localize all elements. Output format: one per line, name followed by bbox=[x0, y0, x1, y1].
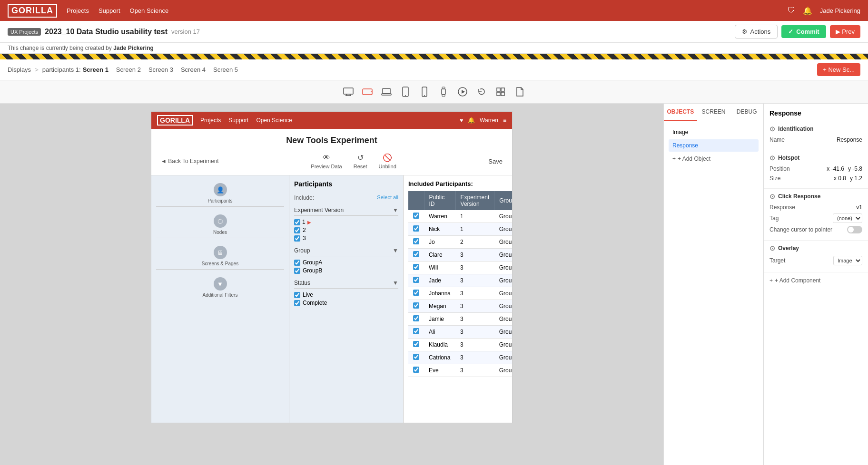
preview-nav-projects[interactable]: Projects bbox=[200, 117, 221, 124]
refresh-icon[interactable] bbox=[475, 85, 488, 98]
reset-label: Reset bbox=[354, 164, 367, 169]
row-checkbox-6[interactable] bbox=[413, 290, 419, 296]
save-button[interactable]: Save bbox=[488, 158, 503, 165]
play-icon[interactable] bbox=[456, 85, 469, 98]
breadcrumb-screen3[interactable]: Screen 3 bbox=[148, 66, 173, 73]
svg-rect-12 bbox=[442, 89, 445, 95]
status-filter[interactable]: Status ▼ bbox=[294, 278, 398, 289]
row-id-1: Nick bbox=[424, 223, 455, 236]
preview-data-tool[interactable]: 👁 Preview Data bbox=[311, 154, 342, 169]
nodes-nav-icon[interactable]: ⬡ bbox=[214, 214, 227, 228]
target-select[interactable]: Image bbox=[833, 256, 862, 265]
main-layout: GORILLA Projects Support Open Science ♥ … bbox=[0, 104, 868, 465]
preview-nav-openscience[interactable]: Open Science bbox=[256, 117, 292, 124]
experiment-version-filter[interactable]: Experiment Version ▼ bbox=[294, 205, 398, 216]
row-checkbox-3[interactable] bbox=[413, 251, 419, 257]
status-checkbox-complete[interactable] bbox=[294, 300, 300, 306]
commit-button[interactable]: ✓ Commit bbox=[781, 25, 826, 38]
screens-nav-icon[interactable]: 🖥 bbox=[214, 246, 227, 259]
row-id-12: Eve bbox=[424, 364, 455, 377]
watch-icon[interactable] bbox=[437, 85, 450, 98]
row-checkbox-7[interactable] bbox=[413, 302, 419, 309]
tab-debug[interactable]: DEBUG bbox=[730, 104, 763, 121]
tab-screen[interactable]: SCREEN bbox=[697, 104, 730, 121]
breadcrumb-participants[interactable]: participants 1: bbox=[42, 66, 81, 73]
grid-icon[interactable] bbox=[494, 85, 507, 98]
unblind-label: Unblind bbox=[378, 164, 396, 169]
version-checkbox-1[interactable] bbox=[294, 219, 300, 225]
prev-button[interactable]: ▶ Prev bbox=[830, 25, 860, 38]
cursor-toggle[interactable] bbox=[847, 226, 862, 233]
row-version-12: 3 bbox=[455, 364, 494, 377]
tab-objects[interactable]: OBJECTS bbox=[664, 104, 697, 121]
prev-icon: ▶ bbox=[836, 28, 840, 35]
version-checkbox-2[interactable] bbox=[294, 227, 300, 233]
filters-nav-icon[interactable]: ▼ bbox=[214, 277, 227, 291]
nav-projects[interactable]: Projects bbox=[67, 7, 89, 14]
breadcrumb-tag[interactable]: UX Projects bbox=[8, 28, 41, 36]
row-checkbox-4[interactable] bbox=[413, 264, 419, 270]
breadcrumb-screen5[interactable]: Screen 5 bbox=[213, 66, 238, 73]
user-name[interactable]: Jade Pickering bbox=[820, 7, 860, 14]
nav-support[interactable]: Support bbox=[99, 7, 120, 14]
tag-select[interactable]: (none) bbox=[833, 213, 862, 223]
gorilla-logo[interactable]: GORILLA bbox=[8, 4, 57, 18]
row-checkbox-0[interactable] bbox=[413, 213, 419, 219]
group-checkbox-a[interactable] bbox=[294, 260, 300, 266]
status-checkbox-live[interactable] bbox=[294, 292, 300, 298]
row-group-10: GroupB bbox=[494, 339, 512, 351]
row-checkbox-2[interactable] bbox=[413, 238, 419, 244]
object-image[interactable]: Image bbox=[669, 126, 759, 138]
desktop-icon[interactable] bbox=[342, 85, 355, 98]
project-title: 2023_10 Data Studio usability test bbox=[45, 28, 168, 36]
breadcrumb-screen4[interactable]: Screen 4 bbox=[181, 66, 206, 73]
back-to-experiment[interactable]: ◄ Back To Experiment bbox=[161, 158, 219, 165]
bell-icon[interactable]: 🔔 bbox=[803, 6, 812, 15]
participants-nav-icon[interactable]: 👤 bbox=[214, 183, 227, 196]
laptop-icon[interactable] bbox=[380, 85, 393, 98]
add-object-button[interactable]: + + Add Object bbox=[669, 153, 759, 165]
table-row: Megan 3 GroupA Complete bbox=[408, 300, 512, 313]
document-icon[interactable] bbox=[513, 85, 526, 98]
new-screen-button[interactable]: + New Sc... bbox=[817, 63, 860, 76]
row-version-3: 3 bbox=[455, 249, 494, 262]
col-group[interactable]: Group bbox=[494, 191, 512, 210]
breadcrumb-screen2[interactable]: Screen 2 bbox=[116, 66, 141, 73]
preview-nav-support[interactable]: Support bbox=[228, 117, 248, 124]
group-filter[interactable]: Group ▼ bbox=[294, 245, 398, 256]
table-row: Nick 1 GroupA Complete bbox=[408, 223, 512, 236]
group-items: GroupA GroupB bbox=[294, 259, 398, 274]
canvas-area[interactable]: GORILLA Projects Support Open Science ♥ … bbox=[0, 104, 663, 465]
actions-button[interactable]: ⚙ Actions bbox=[735, 25, 778, 39]
row-version-5: 3 bbox=[455, 274, 494, 287]
row-checkbox-1[interactable] bbox=[413, 225, 419, 232]
reset-tool[interactable]: ↺ Reset bbox=[354, 153, 367, 169]
version-checkbox-3[interactable] bbox=[294, 235, 300, 242]
overlay-section: ⊙ Overlay Target Image bbox=[764, 241, 868, 272]
col-experiment-version[interactable]: Experiment Version bbox=[455, 191, 494, 210]
unblind-tool[interactable]: 🚫 Unblind bbox=[378, 153, 396, 169]
table-row: Warren 1 GroupA Live bbox=[408, 210, 512, 223]
position-label: Position bbox=[769, 165, 790, 172]
breadcrumb-screen1[interactable]: Screen 1 bbox=[83, 66, 108, 73]
participants-sidebar: 👤 Participants ⬡ Nodes 🖥 Screens & Pages bbox=[151, 175, 289, 423]
row-checkbox-5[interactable] bbox=[413, 277, 419, 283]
nav-open-science[interactable]: Open Science bbox=[130, 7, 169, 14]
tablet-portrait-icon[interactable] bbox=[399, 85, 412, 98]
tablet-landscape-icon[interactable] bbox=[361, 85, 374, 98]
object-response[interactable]: Response bbox=[669, 139, 759, 152]
breadcrumb-displays[interactable]: Displays bbox=[8, 66, 31, 73]
row-checkbox-10[interactable] bbox=[413, 341, 419, 347]
svg-rect-17 bbox=[497, 88, 500, 91]
row-checkbox-11[interactable] bbox=[413, 354, 419, 360]
select-all-link[interactable]: Select all bbox=[377, 194, 398, 200]
row-checkbox-9[interactable] bbox=[413, 328, 419, 334]
mobile-icon[interactable] bbox=[418, 85, 431, 98]
group-checkbox-b[interactable] bbox=[294, 268, 300, 274]
shield-icon[interactable]: 🛡 bbox=[788, 6, 795, 15]
add-component-button[interactable]: + + Add Component bbox=[764, 272, 868, 289]
col-public-id[interactable]: Public ID bbox=[424, 191, 455, 210]
row-checkbox-12[interactable] bbox=[413, 367, 419, 373]
table-row: Jo 2 GroupB Live bbox=[408, 236, 512, 249]
row-checkbox-8[interactable] bbox=[413, 315, 419, 321]
